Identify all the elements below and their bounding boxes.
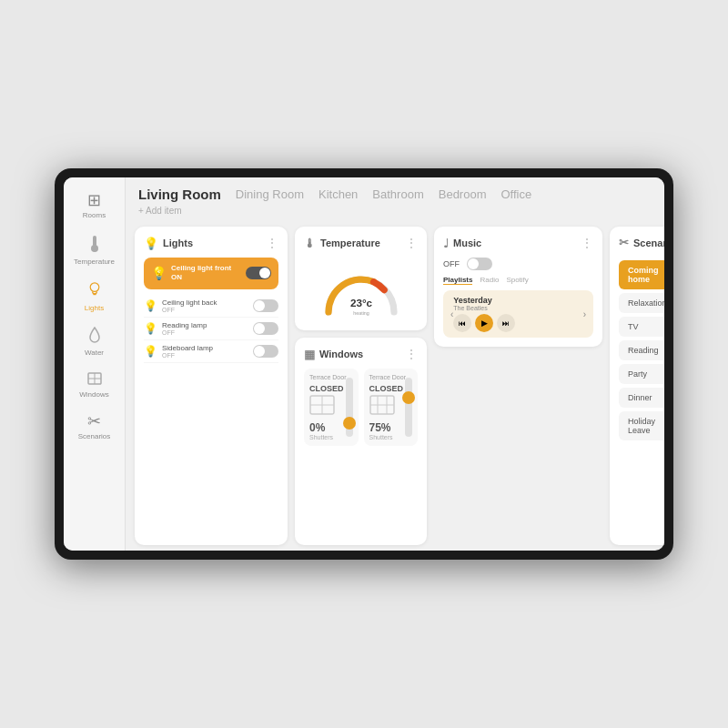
sideboard-lamp-toggle[interactable] [253, 345, 278, 358]
ceiling-light-back-name: Ceiling light back [162, 298, 248, 307]
sidebar-label-lights: Lights [85, 304, 104, 312]
reading-lamp-toggle[interactable] [253, 322, 278, 335]
windows-card-icon: ▦ [304, 348, 315, 361]
gauge-svg: 23°c heating [320, 267, 402, 317]
scenario-reading[interactable]: Reading [619, 340, 664, 360]
lights-card-title: 💡 Lights [144, 237, 193, 250]
temperature-title: Temperature [320, 238, 380, 248]
music-tab-spotify[interactable]: Spotify [506, 276, 528, 285]
music-card-header: ♩ Music ⋮ [443, 236, 593, 250]
temperature-card-header: 🌡 Temperature ⋮ [304, 236, 418, 250]
sideboard-lamp-info: Sideboard lamp OFF [162, 344, 248, 359]
temperature-menu-button[interactable]: ⋮ [405, 236, 418, 250]
song-name: Yesterday [453, 296, 582, 305]
temperature-icon [87, 234, 102, 255]
music-tab-radio[interactable]: Radio [480, 276, 499, 285]
sidebar-label-scenarios: Scenarios [78, 432, 111, 440]
music-toggle[interactable] [467, 258, 492, 270]
sidebar: ⊞ Rooms Temperature [64, 177, 126, 551]
temp-icon: 🌡 [304, 237, 316, 250]
lights-menu-button[interactable]: ⋮ [266, 236, 278, 250]
ceiling-light-front-button[interactable]: 💡 Ceiling light front ON [144, 258, 278, 289]
reading-lamp-status: OFF [162, 329, 248, 336]
play-button[interactable]: ▶ [475, 314, 493, 332]
window-1-slider[interactable] [346, 378, 353, 437]
tab-bedroom[interactable]: Bedroom [439, 187, 487, 201]
lights-icon [87, 280, 102, 301]
scenario-holiday-leave[interactable]: Holiday Leave [619, 411, 664, 440]
ceiling-light-front-toggle[interactable] [246, 267, 271, 279]
music-card-title: ♩ Music [443, 237, 481, 250]
scenario-relaxation[interactable]: Relaxation [619, 293, 664, 313]
tab-living-room[interactable]: Living Room [138, 187, 221, 202]
sidebar-item-scenarios[interactable]: ✂ Scenarios [64, 406, 125, 448]
add-item-button[interactable]: + Add item [138, 206, 652, 216]
svg-point-2 [90, 283, 99, 292]
ceiling-light-back-status: OFF [162, 307, 248, 313]
lights-title: Lights [163, 238, 193, 248]
window-2-handle[interactable] [402, 391, 415, 404]
music-tab-playlists[interactable]: Playlists [443, 276, 472, 285]
reading-lamp-info: Reading lamp OFF [162, 321, 248, 336]
music-tabs: Playlists Radio Spotify [443, 276, 593, 285]
music-status-text: OFF [443, 259, 460, 268]
scenarios-icon: ✂ [87, 413, 101, 430]
reading-lamp-icon: 💡 [144, 322, 157, 335]
ceiling-light-back-icon: 💡 [144, 299, 157, 312]
temperature-card-title: 🌡 Temperature [304, 237, 380, 250]
water-icon [88, 327, 101, 346]
dashboard: 💡 Lights ⋮ 💡 Ceiling light front [126, 221, 664, 551]
scenario-coming-home[interactable]: Coming home [619, 260, 664, 289]
ceiling-light-back-info: Ceiling light back OFF [162, 298, 248, 313]
music-icon: ♩ [443, 237, 449, 250]
lights-card-header: 💡 Lights ⋮ [144, 236, 278, 250]
tab-kitchen[interactable]: Kitchen [318, 187, 358, 201]
header: Living Room Dining Room Kitchen Bathroom… [126, 177, 664, 221]
music-column: ♩ Music ⋮ OFF Playlists Radio Sp [434, 227, 602, 545]
svg-text:23°c: 23°c [349, 297, 372, 308]
temp-windows-column: 🌡 Temperature ⋮ [295, 227, 427, 545]
lights-column: 💡 Lights ⋮ 💡 Ceiling light front [135, 227, 288, 545]
svg-point-1 [91, 245, 98, 252]
window-item-1: Terrace Door CLOSED 0% [304, 369, 359, 446]
windows-card: ▦ Windows ⋮ Terrace Door CLOSED [295, 338, 427, 545]
scenario-party[interactable]: Party [619, 364, 664, 384]
ceiling-light-front-text: Ceiling light front ON [171, 264, 231, 283]
tab-office[interactable]: Office [500, 187, 531, 201]
sidebar-item-temperature[interactable]: Temperature [64, 227, 125, 273]
sidebar-item-water[interactable]: Water [64, 319, 125, 364]
tablet-frame: ⊞ Rooms Temperature [55, 168, 673, 560]
scenario-tv[interactable]: TV [619, 317, 664, 337]
sideboard-lamp-row: 💡 Sideboard lamp OFF [144, 340, 278, 363]
rooms-icon: ⊞ [87, 192, 101, 208]
windows-menu-button[interactable]: ⋮ [405, 347, 418, 361]
window-1-handle[interactable] [343, 417, 356, 430]
sidebar-item-lights[interactable]: Lights [64, 273, 125, 319]
sidebar-item-rooms[interactable]: ⊞ Rooms [64, 185, 125, 227]
ceiling-light-back-row: 💡 Ceiling light back OFF [144, 295, 278, 318]
next-button[interactable]: › [583, 309, 586, 319]
tab-bathroom[interactable]: Bathroom [372, 187, 423, 201]
sidebar-label-windows: Windows [79, 390, 108, 399]
scenario-dinner[interactable]: Dinner [619, 388, 664, 408]
tab-dining-room[interactable]: Dining Room [236, 187, 304, 201]
reading-lamp-name: Reading lamp [162, 321, 248, 329]
sidebar-label-temperature: Temperature [74, 258, 115, 266]
ceiling-light-front-info: 💡 Ceiling light front ON [151, 264, 231, 283]
forward-button[interactable]: ⏭ [497, 314, 515, 332]
scenarios-card-title: ✂ Scenarios [619, 236, 664, 249]
windows-card-title: ▦ Windows [304, 348, 363, 361]
sidebar-label-water: Water [85, 349, 104, 357]
sideboard-lamp-icon: 💡 [144, 345, 157, 358]
music-menu-button[interactable]: ⋮ [581, 236, 593, 250]
sidebar-item-windows[interactable]: Windows [64, 364, 125, 406]
scenarios-title: Scenarios [633, 238, 664, 248]
music-player: ‹ Yesterday The Beatles ⏮ ▶ ⏭ › [443, 290, 593, 338]
rewind-button[interactable]: ⏮ [453, 314, 471, 332]
screen: ⊞ Rooms Temperature [64, 177, 664, 551]
svg-text:heating: heating [353, 310, 369, 316]
ceiling-light-back-toggle[interactable] [253, 299, 278, 312]
windows-card-header: ▦ Windows ⋮ [304, 347, 418, 361]
window-2-slider[interactable] [405, 378, 412, 437]
lights-card: 💡 Lights ⋮ 💡 Ceiling light front [135, 227, 288, 545]
